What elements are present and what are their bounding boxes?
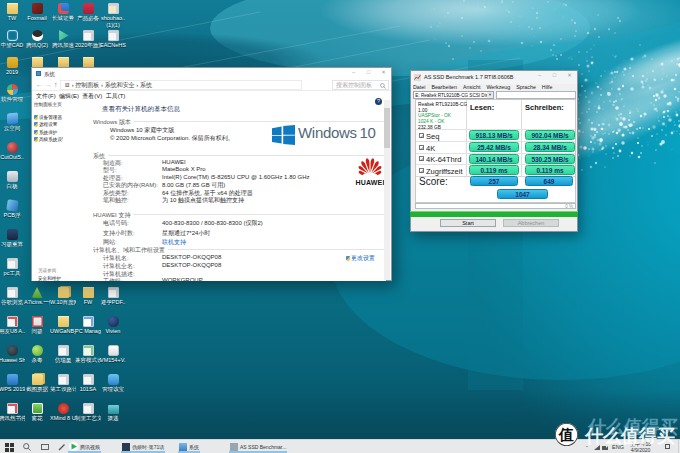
svg-text:HUAWEI: HUAWEI xyxy=(355,179,384,186)
